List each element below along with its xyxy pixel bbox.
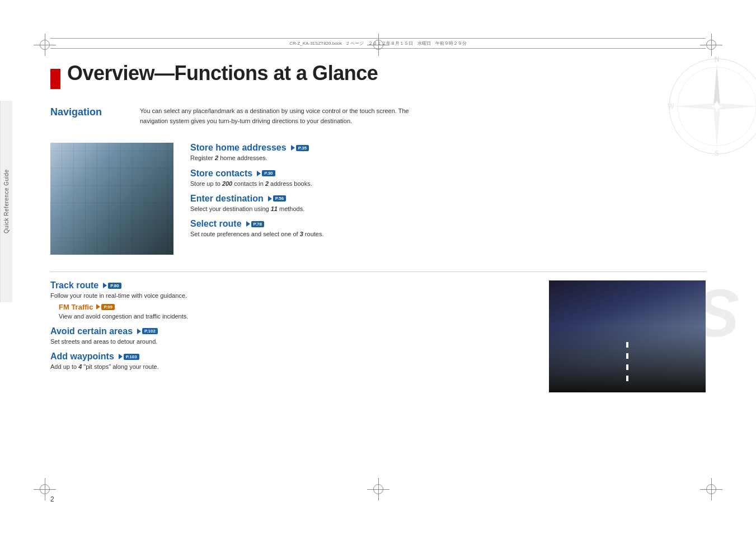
top-section: Store home addresses P.35 Register 2 hom… — [50, 143, 706, 255]
side-tab: Quick Reference Guide — [0, 101, 12, 302]
title-accent — [50, 69, 60, 89]
section-divider — [50, 271, 706, 272]
item-avoid-areas: Avoid certain areas P.102 Set streets an… — [50, 326, 532, 346]
item-enter-destination-title: Enter destination P.56 — [190, 194, 706, 204]
item-track-route-title: Track route P.80 — [50, 280, 532, 291]
bottom-section: Track route P.80 Follow your route in re… — [50, 280, 706, 392]
road-image — [549, 280, 706, 392]
arrow-icon — [257, 171, 261, 176]
fm-traffic-ref: P.99 — [96, 304, 114, 310]
item-select-route-desc: Set route preferences and select one of … — [190, 230, 706, 238]
top-meta: CR-Z_KA-31SZT820.book 2 ページ ２０１２年８月１５日 水… — [50, 38, 706, 49]
arrow-icon — [137, 329, 141, 334]
store-contacts-ref: P.30 — [257, 170, 275, 176]
item-enter-destination-desc: Select your destination using 11 methods… — [190, 205, 706, 213]
add-waypoints-ref: P.103 — [119, 354, 139, 360]
item-select-route-title: Select route P.78 — [190, 219, 706, 229]
building-image — [50, 143, 173, 255]
item-add-waypoints-desc: Add up to 4 "pit stops" along your route… — [50, 363, 532, 371]
navigation-description: You can select any place/landmark as a d… — [140, 106, 431, 126]
item-add-waypoints: Add waypoints P.103 Add up to 4 "pit sto… — [50, 352, 532, 371]
title-row: Overview—Functions at a Glance — [50, 62, 706, 96]
navigation-header: Navigation You can select any place/land… — [50, 106, 706, 134]
item-store-contacts-title: Store contacts P.30 — [190, 168, 706, 179]
item-avoid-areas-title: Avoid certain areas P.102 — [50, 326, 532, 336]
svg-marker-2 — [713, 64, 720, 106]
bottom-nav-items: Track route P.80 Follow your route in re… — [50, 280, 532, 392]
arrow-icon — [119, 354, 123, 359]
item-avoid-areas-desc: Set streets and areas to detour around. — [50, 338, 532, 346]
arrow-icon — [103, 283, 107, 288]
navigation-label: Navigation — [50, 106, 129, 118]
page-number: 2 — [50, 495, 54, 503]
arrow-icon — [268, 196, 272, 202]
item-enter-destination: Enter destination P.56 Select your desti… — [190, 194, 706, 213]
arrow-icon — [246, 221, 250, 227]
item-add-waypoints-title: Add waypoints P.103 — [50, 352, 532, 362]
top-nav-items: Store home addresses P.35 Register 2 hom… — [190, 143, 706, 255]
item-select-route: Select route P.78 Set route preferences … — [190, 219, 706, 238]
svg-marker-3 — [713, 106, 720, 148]
svg-text:N: N — [715, 56, 720, 63]
enter-destination-ref: P.56 — [268, 195, 286, 202]
item-store-home: Store home addresses P.35 Register 2 hom… — [190, 143, 706, 162]
arrow-icon — [291, 145, 295, 151]
track-route-ref: P.80 — [103, 283, 121, 289]
item-track-route: Track route P.80 Follow your route in re… — [50, 280, 532, 321]
arrow-icon — [96, 304, 100, 310]
store-home-ref: P.35 — [291, 145, 309, 151]
page-title: Overview—Functions at a Glance — [67, 62, 378, 85]
fm-traffic-item: FM Traffic P.99 View and avoid congestio… — [50, 303, 532, 321]
avoid-areas-ref: P.102 — [137, 328, 158, 334]
item-store-home-title: Store home addresses P.35 — [190, 143, 706, 153]
item-store-home-desc: Register 2 home addresses. — [190, 154, 706, 162]
svg-text:S: S — [715, 149, 719, 157]
fm-traffic-title: FM Traffic P.99 — [59, 303, 532, 311]
item-store-contacts: Store contacts P.30 Store up to 200 cont… — [190, 168, 706, 188]
main-content: Overview—Functions at a Glance Navigatio… — [50, 62, 706, 484]
item-track-route-desc: Follow your route in real-time with voic… — [50, 292, 532, 300]
svg-marker-4 — [717, 103, 756, 110]
fm-traffic-desc: View and avoid congestion and traffic in… — [59, 312, 532, 321]
select-route-ref: P.78 — [246, 221, 264, 227]
item-store-contacts-desc: Store up to 200 contacts in 2 address bo… — [190, 180, 706, 188]
